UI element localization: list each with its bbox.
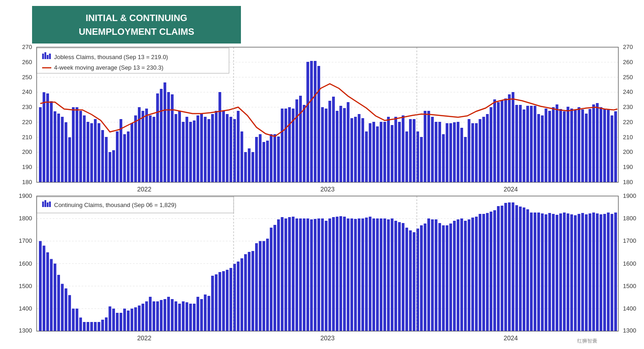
svg-rect-136	[409, 119, 412, 182]
top-legend-line-label: 4-week moving average (Sep 13 = 230.3)	[54, 64, 164, 71]
bottom-x-label-2024: 2024	[503, 334, 518, 342]
svg-text:270: 270	[22, 44, 32, 50]
svg-rect-114	[328, 101, 331, 182]
svg-rect-108	[306, 62, 309, 182]
svg-rect-255	[149, 297, 152, 331]
svg-rect-302	[321, 218, 324, 331]
svg-rect-49	[90, 123, 93, 182]
svg-rect-36	[43, 92, 45, 182]
svg-rect-233	[68, 295, 71, 331]
svg-rect-354	[512, 202, 514, 331]
svg-rect-234	[72, 309, 75, 331]
svg-rect-364	[548, 213, 551, 331]
svg-rect-82	[211, 114, 214, 182]
svg-rect-368	[563, 213, 566, 331]
svg-rect-254	[145, 301, 148, 331]
svg-rect-375	[589, 213, 591, 331]
svg-rect-339	[457, 219, 459, 331]
svg-rect-127	[376, 126, 379, 182]
svg-rect-347	[486, 213, 489, 331]
svg-rect-334	[438, 223, 441, 331]
svg-rect-99	[273, 134, 276, 182]
svg-rect-389	[49, 202, 51, 207]
svg-rect-373	[581, 213, 584, 331]
svg-rect-186	[592, 104, 595, 182]
svg-rect-116	[336, 111, 338, 182]
svg-rect-386	[42, 202, 44, 207]
svg-rect-197	[44, 52, 46, 59]
svg-rect-175	[552, 107, 555, 182]
svg-rect-277	[229, 268, 232, 331]
svg-rect-74	[182, 122, 185, 182]
svg-rect-113	[325, 109, 327, 182]
svg-rect-117	[339, 106, 342, 182]
svg-rect-289	[273, 225, 276, 331]
svg-rect-269	[200, 299, 203, 331]
svg-rect-148	[453, 122, 456, 182]
svg-rect-69	[164, 82, 166, 182]
svg-rect-279	[237, 262, 240, 331]
bottom-x-label-2023: 2023	[320, 334, 334, 342]
svg-rect-166	[519, 105, 522, 182]
svg-text:260: 260	[623, 59, 633, 65]
svg-text:260: 260	[22, 59, 32, 65]
svg-rect-315	[369, 217, 371, 331]
svg-text:1500: 1500	[19, 283, 32, 289]
svg-rect-257	[156, 301, 159, 331]
svg-rect-314	[365, 218, 368, 331]
svg-rect-170	[534, 106, 536, 182]
svg-text:210: 210	[22, 134, 32, 141]
svg-rect-167	[523, 109, 525, 182]
svg-rect-121	[354, 117, 357, 182]
svg-rect-240	[94, 322, 97, 331]
svg-rect-106	[299, 96, 302, 182]
svg-rect-37	[46, 93, 49, 182]
svg-rect-85	[222, 111, 225, 182]
svg-text:1900: 1900	[623, 192, 636, 199]
svg-rect-56	[116, 131, 119, 182]
svg-rect-284	[255, 243, 258, 331]
svg-rect-192	[614, 111, 617, 182]
svg-rect-280	[240, 258, 243, 331]
svg-rect-58	[123, 134, 126, 182]
svg-rect-53	[105, 137, 108, 182]
svg-rect-48	[87, 122, 89, 182]
svg-rect-297	[303, 218, 306, 331]
svg-rect-309	[347, 218, 349, 331]
svg-rect-312	[358, 218, 360, 331]
svg-rect-83	[215, 111, 218, 182]
svg-rect-54	[109, 152, 111, 182]
svg-rect-263	[178, 304, 181, 331]
svg-rect-249	[127, 311, 130, 331]
svg-rect-366	[556, 215, 558, 331]
svg-rect-133	[398, 122, 401, 182]
svg-rect-171	[537, 114, 540, 182]
svg-rect-361	[537, 213, 540, 331]
svg-rect-310	[350, 218, 353, 331]
svg-rect-304	[328, 218, 331, 331]
svg-rect-238	[87, 322, 89, 331]
svg-rect-190	[607, 110, 610, 182]
svg-rect-81	[207, 119, 210, 182]
svg-text:INITIAL & CONTINUING: INITIAL & CONTINUING	[86, 13, 187, 23]
svg-text:1600: 1600	[623, 260, 636, 267]
svg-rect-348	[490, 212, 492, 331]
svg-rect-124	[365, 131, 368, 182]
svg-rect-146	[446, 123, 448, 182]
svg-rect-388	[47, 202, 49, 207]
svg-rect-380	[607, 213, 610, 331]
svg-text:220: 220	[22, 119, 32, 125]
svg-rect-324	[402, 223, 404, 331]
svg-rect-183	[581, 109, 584, 182]
bottom-chart-svg: 1900 1800 1700 1600 1500 1400 1300 1900 …	[5, 191, 639, 347]
svg-rect-92	[248, 148, 251, 182]
svg-text:200: 200	[22, 148, 32, 155]
svg-rect-176	[556, 104, 558, 182]
svg-rect-126	[372, 122, 375, 182]
svg-rect-151	[464, 137, 467, 182]
svg-rect-90	[240, 131, 243, 182]
svg-rect-371	[574, 215, 577, 331]
svg-rect-358	[526, 209, 529, 331]
svg-rect-42	[65, 122, 67, 182]
svg-rect-132	[394, 117, 397, 182]
